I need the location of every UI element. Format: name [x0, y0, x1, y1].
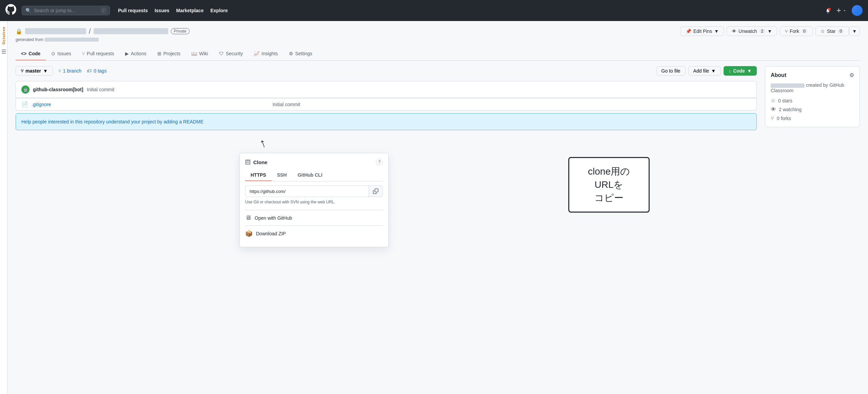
tab-code[interactable]: <> Code — [16, 47, 46, 60]
search-placeholder: Search or jump to... — [34, 8, 98, 13]
octotree-menu-icon[interactable]: ☰ — [1, 48, 6, 55]
about-desc-blurred — [771, 83, 805, 88]
edit-pins-button[interactable]: 📌 Edit Pins ▼ — [680, 26, 724, 36]
star-icon: ☆ — [821, 28, 825, 34]
tab-projects[interactable]: ⊞ Projects — [152, 47, 186, 60]
commit-avatar: 🤖 — [21, 85, 29, 94]
user-avatar[interactable] — [852, 5, 863, 16]
commit-bar: 🤖 github-classroom[bot] Initial commit — [16, 81, 757, 98]
clone-tabs: HTTPS SSH GitHub CLI — [245, 170, 383, 181]
repo-owner-blurred[interactable] — [25, 28, 86, 34]
tab-pull-requests[interactable]: ⑂ Pull requests — [77, 47, 120, 60]
notifications-button[interactable] — [825, 8, 831, 13]
add-file-button[interactable]: Add file ▼ — [688, 66, 721, 76]
generated-from: generated from — [16, 37, 860, 42]
readme-link[interactable]: README — [183, 119, 203, 124]
clone-open-desktop[interactable]: 🖥 Open with GitHub — [245, 210, 383, 225]
octotree-sidebar: Octotree ☰ — [0, 21, 7, 394]
fork-button[interactable]: ⑂ Fork 0 — [780, 26, 813, 36]
search-box[interactable]: 🔍 Search or jump to... / — [22, 6, 110, 15]
search-icon: 🔍 — [25, 8, 31, 13]
lock-icon: 🔒 — [16, 28, 22, 35]
clone-tab-ssh[interactable]: SSH — [272, 170, 292, 181]
commit-author[interactable]: github-classroom[bot] — [33, 87, 83, 92]
stars-stat: ☆ 0 stars — [771, 97, 854, 104]
search-shortcut: / — [101, 8, 106, 13]
tab-security[interactable]: 🛡 Security — [214, 47, 249, 60]
clone-help-icon[interactable]: ? — [376, 159, 383, 165]
fork-stat-icon: ⑂ — [771, 115, 774, 121]
watching-stat: 👁 2 watching — [771, 106, 854, 113]
fork-group: ⑂ Fork 0 — [780, 26, 813, 36]
clone-tab-cli[interactable]: GitHub CLI — [292, 170, 328, 181]
edit-pins-dropdown-icon: ▼ — [714, 28, 719, 34]
about-header: About ⚙ — [771, 72, 854, 78]
nav-issues[interactable]: Issues — [155, 8, 170, 13]
repo-sidebar: About ⚙ created by GitHub Classroom ☆ 0 … — [765, 66, 860, 133]
clone-url-input[interactable] — [245, 186, 369, 197]
clone-tab-https[interactable]: HTTPS — [245, 170, 272, 181]
about-gear-icon[interactable]: ⚙ — [849, 72, 854, 78]
branch-count-link[interactable]: ⑂ 1 branch — [58, 68, 81, 74]
issues-icon: ⊙ — [51, 51, 55, 56]
nav-explore[interactable]: Explore — [210, 8, 228, 13]
projects-icon: ⊞ — [157, 51, 161, 56]
wiki-icon: 📖 — [191, 51, 197, 56]
github-logo[interactable] — [5, 4, 16, 17]
fork-icon: ⑂ — [785, 28, 788, 34]
file-commit: Initial commit — [273, 102, 748, 107]
unwatch-button[interactable]: 👁 Unwatch 2 ▼ — [727, 26, 777, 36]
insights-icon: 📈 — [254, 51, 259, 56]
unwatch-count: 2 — [759, 29, 766, 34]
settings-icon: ⚙ — [289, 51, 293, 56]
fork-count: 0 — [801, 29, 808, 34]
create-button[interactable] — [836, 8, 846, 13]
tab-issues[interactable]: ⊙ Issues — [46, 47, 76, 60]
main-content: 🔒 / Private 📌 Edit Pins ▼ — [7, 21, 868, 394]
repo-header: 🔒 / Private 📌 Edit Pins ▼ — [16, 26, 860, 36]
star-count: 0 — [837, 29, 844, 34]
branch-selector[interactable]: ⑂ master ▼ — [16, 66, 53, 76]
tab-settings[interactable]: ⚙ Settings — [283, 47, 318, 60]
star-stat-icon: ☆ — [771, 97, 775, 104]
repo-name-blurred[interactable] — [94, 28, 168, 34]
clone-copy-button[interactable] — [369, 186, 382, 197]
clone-download-zip[interactable]: 📦 Download ZIP — [245, 225, 383, 241]
star-button[interactable]: ☆ Star 0 — [815, 26, 849, 36]
tab-wiki[interactable]: 📖 Wiki — [186, 47, 213, 60]
octotree-label[interactable]: Octotree — [2, 26, 6, 44]
tag-count-link[interactable]: 🏷 0 tags — [87, 68, 106, 74]
tab-insights[interactable]: 📈 Insights — [248, 47, 283, 60]
branch-bar: ⑂ master ▼ ⑂ 1 branch 🏷 0 tags — [16, 66, 757, 76]
desktop-icon: 🖥 — [245, 214, 251, 221]
forks-stat: ⑂ 0 forks — [771, 115, 854, 121]
github-header: 🔍 Search or jump to... / Pull requests I… — [0, 0, 868, 21]
about-description: created by GitHub Classroom — [771, 82, 854, 93]
pin-icon: 📌 — [686, 28, 691, 34]
actions-icon: ▶ — [125, 51, 129, 56]
branch-dropdown-icon: ▼ — [43, 68, 48, 74]
table-row: 📄 .gitignore Initial commit — [16, 98, 756, 110]
code-icon: <> — [21, 51, 26, 56]
eye-icon: 👁 — [732, 28, 736, 34]
nav-pull-requests[interactable]: Pull requests — [118, 8, 148, 13]
star-group: ☆ Star 0 ▼ — [815, 26, 860, 36]
file-name[interactable]: .gitignore — [32, 102, 269, 107]
eye-stat-icon: 👁 — [771, 106, 776, 113]
goto-file-button[interactable]: Go to file — [656, 66, 686, 76]
callout-line2: コピー — [580, 191, 638, 204]
repo-actions: 📌 Edit Pins ▼ 👁 Unwatch 2 ▼ — [680, 26, 860, 36]
content-area: ⑂ master ▼ ⑂ 1 branch 🏷 0 tags — [16, 66, 860, 133]
clone-title: Clone — [245, 159, 268, 165]
file-browser: ⑂ master ▼ ⑂ 1 branch 🏷 0 tags — [16, 66, 757, 133]
code-button[interactable]: ↓ Code ▼ — [724, 66, 757, 76]
branch-count-icon: ⑂ — [58, 68, 61, 74]
private-badge: Private — [171, 28, 190, 34]
star-dropdown-button[interactable]: ▼ — [849, 26, 860, 36]
template-link-blurred[interactable] — [44, 38, 99, 42]
zip-icon: 📦 — [245, 230, 253, 237]
tab-actions[interactable]: ▶ Actions — [120, 47, 152, 60]
nav-marketplace[interactable]: Marketplace — [176, 8, 204, 13]
code-btn-icon: ↓ — [729, 68, 731, 74]
file-icon: 📄 — [21, 101, 28, 107]
